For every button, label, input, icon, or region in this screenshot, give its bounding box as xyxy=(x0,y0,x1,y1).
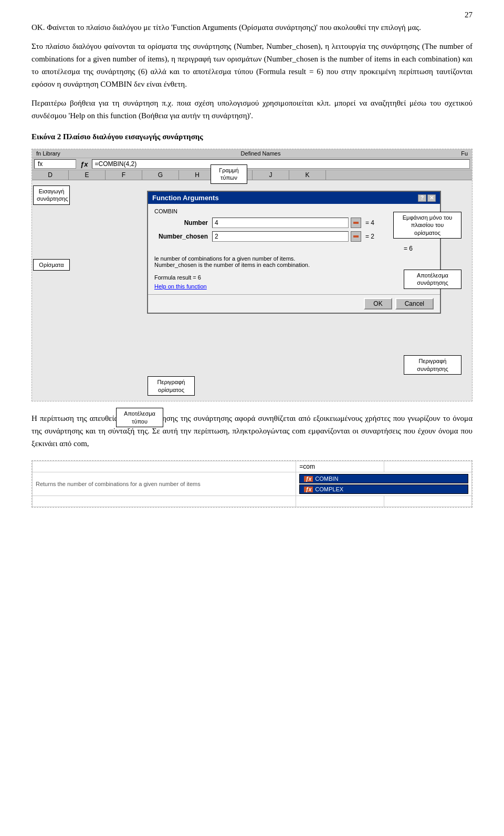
annotation-insert-func: Εισαγωγήσυνάρτησης xyxy=(33,185,70,205)
arg-collapse-number[interactable] xyxy=(351,218,361,228)
annotation-formula-result: Αποτέλεσματύπου xyxy=(116,408,163,427)
formula-bar-row: fx ƒx =COMBIN(4,2) xyxy=(32,158,472,170)
desc-line2: Number_chosen is the number of items in … xyxy=(154,262,310,268)
complex-icon: ƒx xyxy=(304,487,313,492)
dialog-screenshot: fn Library Defined Names Fu fx ƒx =COMBI… xyxy=(32,149,472,401)
returns-text-cell: Returns the number of combinations for a… xyxy=(33,472,296,496)
autocomplete-grid: =com Returns the number of combinations … xyxy=(32,461,472,507)
func-description: le number of combinations for a given nu… xyxy=(154,255,434,271)
paragraph-3: Περαιτέρω βοήθεια για τη συνάρτηση π.χ. … xyxy=(32,97,472,122)
formula-value: =com xyxy=(299,463,315,470)
arg-result-number: = 4 xyxy=(365,219,374,226)
empty-row-cell xyxy=(33,496,296,507)
close-button[interactable]: ✕ xyxy=(427,194,436,202)
arg-label-number-chosen: Number_chosen xyxy=(154,233,212,240)
col-k: K xyxy=(289,170,326,180)
col-f: F xyxy=(106,170,142,180)
cancel-button[interactable]: Cancel xyxy=(395,298,434,309)
empty-row-cell-2 xyxy=(296,496,384,507)
col-g: G xyxy=(142,170,179,180)
page-number: 27 xyxy=(465,11,472,19)
table-row-returns: Returns the number of combinations for a… xyxy=(33,472,472,496)
formula-result: Formula result = 6 xyxy=(154,274,434,281)
combin-label: COMBIN xyxy=(315,476,338,482)
col-j: J xyxy=(253,170,289,180)
arg-row-number-chosen: Number_chosen = 2 xyxy=(154,231,434,242)
excel-autocomplete-table: =com Returns the number of combinations … xyxy=(32,460,472,508)
annotation-func-desc: Περιγραφήσυνάρτησης xyxy=(404,355,461,375)
function-arguments-dialog: Function Arguments ? ✕ COMBIN Number = 4 xyxy=(147,191,441,314)
formula-cell: =com xyxy=(296,461,384,472)
annotation-formula-type: Γραμμήτύπων xyxy=(211,164,247,184)
returns-text: Returns the number of combinations for a… xyxy=(36,481,201,487)
svg-rect-0 xyxy=(353,222,359,224)
combin-icon: ƒx xyxy=(304,476,313,482)
function-name: COMBIN xyxy=(154,208,434,214)
arg-input-number[interactable] xyxy=(212,218,349,228)
arg-label-number: Number xyxy=(154,219,212,226)
svg-rect-1 xyxy=(353,235,359,238)
empty-row-cell-3 xyxy=(384,496,471,507)
toolbar-right: Fu xyxy=(461,150,468,157)
formula-content: =COMBIN(4,2) xyxy=(92,159,470,169)
function-buttons-cell: ƒx COMBIN ƒx COMPLEX xyxy=(296,472,472,496)
help-button[interactable]: ? xyxy=(418,194,426,202)
empty-cell-1 xyxy=(33,461,296,472)
paragraph-1: ΟΚ. Φαίνεται το πλαίσιο διαλόγου με τίτλ… xyxy=(32,21,472,34)
column-headers: D E F G H I J K xyxy=(32,170,472,180)
col-e: E xyxy=(69,170,106,180)
overall-result: = 6 xyxy=(404,245,413,252)
function-list: ƒx COMBIN ƒx COMPLEX xyxy=(299,474,468,494)
arg-collapse-number-chosen[interactable] xyxy=(351,231,361,242)
dialog-title: Function Arguments xyxy=(152,194,219,202)
ok-button[interactable]: OK xyxy=(364,298,392,309)
toolbar-label: fn Library xyxy=(36,150,60,157)
figure-title: Εικόνα 2 Πλαίσιο διαλόγου εισαγωγής συνά… xyxy=(32,132,472,141)
arg-result-number-chosen: = 2 xyxy=(365,233,374,240)
paragraph-4: Η περίπτωση της απευθείας πληκτρολόγησης… xyxy=(32,412,472,450)
paragraph-2: Στο πλαίσιο διαλόγου φαίνονται τα ορίσμα… xyxy=(32,40,472,90)
combin-button[interactable]: ƒx COMBIN xyxy=(299,474,468,483)
complex-label: COMPLEX xyxy=(315,486,343,492)
annotation-arguments: Ορίσματα xyxy=(33,259,70,271)
dialog-footer: OK Cancel xyxy=(148,294,440,313)
annotation-show-only: Εμφάνιση μόνο τουπλαισίου τουορίσματος xyxy=(393,212,461,239)
desc-line1: le number of combinations for a given nu… xyxy=(154,255,295,262)
fx-icon: ƒx xyxy=(80,160,88,168)
annotation-func-result: Αποτέλεσμασυνάρτησης xyxy=(404,270,461,289)
complex-button[interactable]: ƒx COMPLEX xyxy=(299,484,468,494)
table-row-empty-2 xyxy=(33,496,472,507)
arg-row-number: Number = 4 xyxy=(154,218,434,228)
help-link[interactable]: Help on this function xyxy=(154,283,207,290)
empty-cell-2 xyxy=(384,461,471,472)
dialog-titlebar: Function Arguments ? ✕ xyxy=(148,192,440,204)
col-d: D xyxy=(32,170,69,180)
titlebar-buttons: ? ✕ xyxy=(418,194,436,202)
annotation-arg-desc: Περιγραφήορίσματος xyxy=(148,376,195,396)
defined-names-label: Defined Names xyxy=(241,150,281,157)
table-row-empty-1: =com xyxy=(33,461,472,472)
defined-names-bar: fn Library Defined Names Fu xyxy=(32,149,472,158)
name-box: fx xyxy=(34,159,76,169)
arg-input-number-chosen[interactable] xyxy=(212,231,349,242)
